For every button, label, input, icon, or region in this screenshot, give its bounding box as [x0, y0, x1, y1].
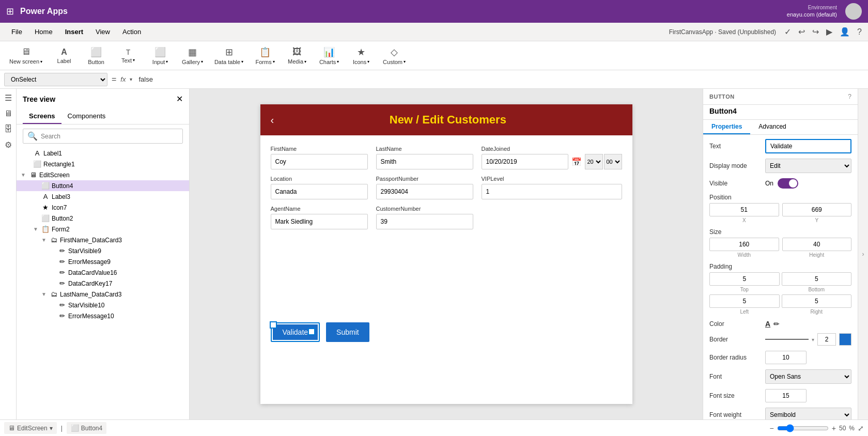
color-edit-icon[interactable]: ✏ — [773, 320, 780, 328]
apps-grid-icon[interactable]: ⊞ — [6, 6, 14, 17]
size-width-input[interactable] — [709, 238, 779, 251]
input-date[interactable] — [482, 154, 568, 169]
list-item[interactable]: ▼ 🖥 EditScreen — [17, 169, 189, 180]
settings-icon[interactable]: ⚙ — [5, 140, 12, 150]
list-item[interactable]: ▼ 🗂 LastName_DataCard3 — [17, 289, 189, 300]
list-item[interactable]: ▼ 🗂 FirstName_DataCard3 — [17, 235, 189, 245]
zoom-minus-button[interactable]: − — [770, 424, 774, 432]
list-item[interactable]: ⬜ Button4 ... — [17, 180, 189, 191]
tab-components[interactable]: Components — [61, 109, 112, 124]
menu-insert[interactable]: Insert — [60, 26, 88, 38]
display-mode-select[interactable]: Edit — [765, 159, 851, 173]
pad-bottom-input[interactable] — [782, 272, 852, 286]
input-agentname[interactable] — [271, 214, 368, 229]
right-collapse-strip[interactable]: › — [858, 89, 868, 419]
pad-left-input[interactable] — [709, 294, 780, 308]
menu-action[interactable]: Action — [117, 26, 146, 38]
fx-arrow-icon[interactable]: ▾ — [130, 76, 132, 82]
redo-icon[interactable]: ↪ — [812, 27, 819, 37]
play-icon[interactable]: ▶ — [826, 27, 832, 37]
input-firstname[interactable] — [271, 154, 368, 169]
visible-toggle[interactable] — [778, 178, 798, 189]
element-tab[interactable]: ⬜ Button4 — [67, 422, 106, 434]
text-button[interactable]: T Text ▾ — [113, 46, 144, 66]
list-item[interactable]: ✏ DataCardValue16 — [17, 267, 189, 278]
submit-button[interactable]: Submit — [326, 322, 369, 342]
menu-home[interactable]: Home — [29, 26, 58, 38]
label-button[interactable]: A Label — [49, 45, 80, 66]
list-item[interactable]: A Label3 — [17, 191, 189, 202]
input-button[interactable]: ⬜ Input ▾ — [145, 44, 176, 67]
search-input[interactable] — [41, 133, 178, 140]
custom-button[interactable]: ◇ Custom ▾ — [378, 44, 411, 67]
list-item[interactable]: ✏ ErrorMessage9 — [17, 256, 189, 267]
back-button[interactable]: ‹ — [271, 114, 274, 126]
undo-icon[interactable]: ↩ — [798, 27, 805, 37]
font-select[interactable]: Open Sans — [765, 369, 851, 384]
font-size-input[interactable] — [765, 389, 807, 402]
input-location[interactable] — [271, 184, 368, 199]
button-button[interactable]: ⬜ Button — [81, 44, 112, 67]
list-item[interactable]: ⬜ Button2 — [17, 213, 189, 224]
formula-input[interactable] — [136, 73, 864, 86]
pos-y-input[interactable] — [782, 203, 852, 216]
list-item[interactable]: ✏ StarVisible10 — [17, 300, 189, 310]
border-radius-input[interactable] — [765, 351, 807, 364]
forms-button[interactable]: 📋 Forms ▾ — [250, 44, 281, 67]
data-icon[interactable]: 🗄 — [4, 124, 12, 134]
tab-properties[interactable]: Properties — [703, 120, 750, 134]
label-label: Label — [57, 58, 71, 64]
list-item[interactable]: ★ Icon7 — [17, 202, 189, 213]
font-weight-select[interactable]: Semibold — [765, 408, 851, 419]
menu-view[interactable]: View — [90, 26, 115, 38]
size-height-input[interactable] — [782, 238, 852, 251]
calendar-icon[interactable]: 📅 — [569, 154, 584, 169]
list-item[interactable]: ✏ ErrorMessage10 — [17, 310, 189, 321]
property-dropdown[interactable]: OnSelect — [4, 73, 107, 86]
list-item[interactable]: ▼ 📋 Form2 — [17, 224, 189, 235]
list-item[interactable]: ✏ DataCardKey17 — [17, 278, 189, 289]
pad-top-input[interactable] — [709, 272, 780, 286]
date-min-select[interactable]: 00 — [604, 154, 622, 169]
field-location: Location — [271, 176, 368, 199]
item-label: Label3 — [52, 193, 185, 200]
screen-dropdown-icon[interactable]: ▾ — [50, 425, 53, 432]
data-table-button[interactable]: ⊞ Data table ▾ — [209, 44, 249, 67]
menu-toggle-icon[interactable]: ☰ — [5, 93, 12, 103]
list-item[interactable]: ⬜ Rectangle1 — [17, 159, 189, 169]
zoom-slider[interactable] — [777, 424, 829, 432]
input-passport[interactable] — [376, 184, 473, 199]
app-saved-info: FirstCanvasApp · Saved (Unpublished) — [669, 28, 776, 36]
validate-button[interactable]: Validate — [271, 322, 320, 342]
props-help-icon[interactable]: ? — [848, 93, 851, 100]
screen-icon[interactable]: 🖥 — [4, 109, 12, 118]
avatar[interactable] — [845, 3, 862, 20]
input-customernumber[interactable] — [376, 214, 473, 229]
screen-tab[interactable]: 🖥 EditScreen ▾ — [4, 422, 57, 434]
date-hour-select[interactable]: 20 — [585, 154, 603, 169]
tab-advanced[interactable]: Advanced — [750, 120, 794, 134]
menu-file[interactable]: File — [6, 26, 27, 38]
input-viplevel[interactable] — [482, 184, 622, 199]
help-icon[interactable]: ? — [857, 27, 862, 37]
input-lastname[interactable] — [376, 154, 473, 169]
new-screen-button[interactable]: 🖥 New screen ▾ — [4, 44, 48, 67]
border-dropdown[interactable]: ▾ — [812, 337, 814, 342]
zoom-plus-button[interactable]: + — [832, 424, 836, 432]
border-color-swatch[interactable] — [839, 333, 851, 346]
icons-button[interactable]: ★ Icons ▾ — [346, 44, 377, 67]
media-button[interactable]: 🖼 Media ▾ — [282, 44, 313, 67]
pos-x-input[interactable] — [709, 203, 779, 216]
tab-screens[interactable]: Screens — [23, 109, 61, 124]
list-item[interactable]: ✏ StarVisible9 — [17, 245, 189, 256]
fit-button[interactable]: ⤢ — [858, 424, 864, 432]
border-width-input[interactable] — [817, 333, 836, 346]
charts-button[interactable]: 📊 Charts ▾ — [314, 44, 345, 67]
pad-right-input[interactable] — [782, 294, 852, 308]
check-icon[interactable]: ✓ — [784, 27, 791, 37]
tree-close-icon[interactable]: ✕ — [176, 94, 183, 104]
text-prop-input[interactable] — [765, 139, 851, 153]
gallery-button[interactable]: ▦ Gallery ▾ — [177, 44, 208, 67]
person-icon[interactable]: 👤 — [840, 27, 850, 37]
list-item[interactable]: A Label1 — [17, 148, 189, 159]
